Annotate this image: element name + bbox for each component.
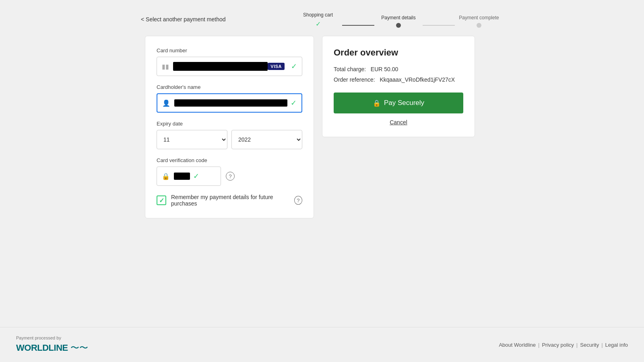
remember-checkbox[interactable]: ✓ (157, 195, 166, 205)
card-icon: ▮▮ (162, 63, 169, 70)
card-number-input-wrapper: ▮▮ VISA ✓ (157, 57, 302, 76)
visa-badge: VISA (268, 63, 285, 70)
step-completed-icon: ✓ (316, 20, 321, 28)
step-active-dot (396, 23, 401, 28)
cardholder-valid-check-icon: ✓ (291, 99, 297, 107)
order-title: Order overview (334, 47, 463, 58)
card-valid-check-icon: ✓ (291, 62, 297, 71)
cvc-display (174, 173, 190, 180)
order-reference-row: Order reference: Kkqaaax_VRoDfked1jFV27c… (334, 76, 463, 83)
expiry-year-select[interactable]: 2020 2021 2022 2023 2024 2025 2026 2027 … (231, 130, 302, 149)
cardholder-label: Cardholder's name (157, 84, 302, 90)
cardholder-input-wrapper[interactable]: 👤 ✓ (157, 93, 302, 113)
remember-help-icon[interactable]: ? (294, 196, 302, 205)
connector-2 (423, 25, 455, 26)
expiry-label: Expiry date (157, 121, 302, 127)
cvc-valid-check-icon: ✓ (193, 172, 199, 181)
footer-link-security[interactable]: Security (580, 342, 599, 348)
worldline-wave-icon: 〜〜 (70, 342, 88, 354)
order-reference-label: Order reference: (334, 76, 375, 83)
step-inactive-dot (477, 23, 481, 28)
cancel-link[interactable]: Cancel (334, 119, 463, 125)
card-number-label: Card number (157, 47, 302, 53)
worldline-logo: WORLDLINE 〜〜 (16, 342, 88, 354)
order-overview-card: Order overview Total charge: EUR 50.00 O… (322, 36, 475, 137)
worldline-name: WORLDLINE (16, 343, 68, 353)
total-charge-row: Total charge: EUR 50.00 (334, 66, 463, 72)
footer-brand: Payment processed by WORLDLINE 〜〜 (16, 335, 88, 354)
pay-lock-icon: 🔒 (373, 99, 381, 107)
remember-payment-row: ✓ Remember my payment details for future… (157, 194, 302, 207)
footer-link-legal[interactable]: Legal info (605, 342, 628, 348)
cvc-input-wrapper[interactable]: 🔒 ✓ (157, 167, 221, 186)
progress-steps: Shopping cart ✓ Payment details Payment … (294, 12, 503, 28)
footer-link-about[interactable]: About Worldline (499, 342, 536, 348)
remember-label: Remember my payment details for future p… (171, 194, 289, 207)
cvc-group: Card verification code 🔒 ✓ ? (157, 157, 302, 186)
checkbox-check-icon: ✓ (159, 197, 164, 204)
order-reference-value: Kkqaaax_VRoDfked1jFV27cX (380, 76, 455, 83)
cvc-row: 🔒 ✓ ? (157, 167, 302, 186)
step-payment-details: Payment details (374, 15, 423, 28)
footer: Payment processed by WORLDLINE 〜〜 About … (0, 327, 644, 362)
cvc-label: Card verification code (157, 157, 302, 163)
total-charge-value: EUR 50.00 (371, 66, 398, 72)
footer-link-privacy[interactable]: Privacy policy (542, 342, 574, 348)
back-link[interactable]: < Select another payment method (141, 12, 226, 23)
total-charge-label: Total charge: (334, 66, 366, 72)
card-number-display (173, 62, 268, 71)
footer-links: About Worldline | Privacy policy | Secur… (499, 342, 628, 348)
cardholder-group: Cardholder's name 👤 ✓ (157, 84, 302, 113)
person-icon: 👤 (162, 99, 170, 107)
payment-form-card: Card number ▮▮ VISA ✓ Cardholder's name … (145, 36, 314, 218)
pay-securely-button[interactable]: 🔒 Pay Securely (334, 93, 463, 113)
expiry-group: Expiry date 01 02 03 04 05 06 07 08 09 1… (157, 121, 302, 149)
step-payment-complete: Payment complete (455, 15, 503, 28)
cvc-help-icon[interactable]: ? (226, 172, 235, 181)
expiry-row: 01 02 03 04 05 06 07 08 09 10 11 12 (157, 130, 302, 149)
lock-icon: 🔒 (162, 173, 170, 180)
card-number-group: Card number ▮▮ VISA ✓ (157, 47, 302, 76)
step-shopping-cart: Shopping cart ✓ (294, 12, 342, 28)
pay-button-label: Pay Securely (384, 99, 424, 107)
processed-by-label: Payment processed by (16, 335, 88, 340)
expiry-month-select[interactable]: 01 02 03 04 05 06 07 08 09 10 11 12 (157, 130, 227, 149)
cardholder-display (174, 99, 287, 107)
connector-1 (342, 25, 374, 26)
